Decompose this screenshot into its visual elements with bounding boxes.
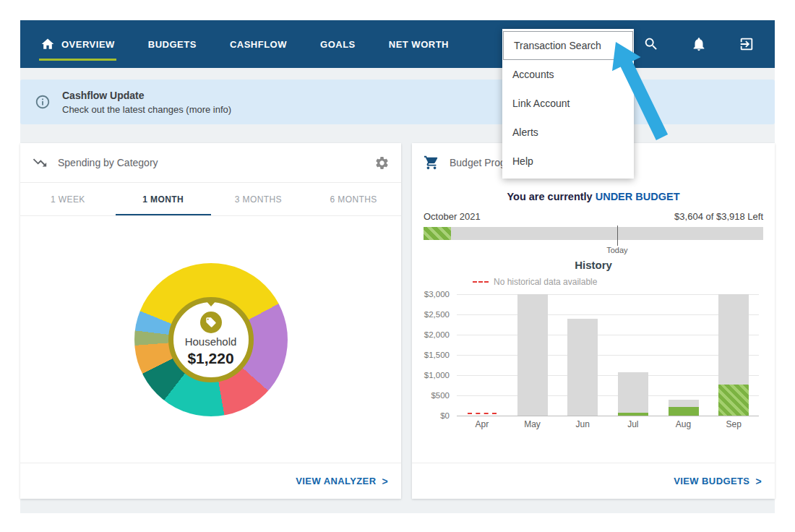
- history-bar-column: [557, 294, 608, 416]
- y-tick-label: $500: [431, 391, 450, 400]
- status-prefix: You are currently: [507, 191, 592, 202]
- tab-1-month[interactable]: 1 MONTH: [116, 183, 211, 215]
- banner-text: Cashflow Update Check out the latest cha…: [62, 90, 231, 115]
- top-navigation: OVERVIEW BUDGETS CASHFLOW GOALS NET WORT…: [20, 20, 775, 68]
- budget-bar: [567, 319, 598, 416]
- tab-1-week[interactable]: 1 WEEK: [20, 183, 116, 215]
- history-bar-column: [658, 294, 709, 416]
- history-title: History: [412, 259, 775, 271]
- history-bar-column: [457, 294, 507, 416]
- menu-item-help[interactable]: Help: [502, 147, 634, 176]
- y-tick-label: $2,500: [424, 310, 450, 319]
- selected-slice-notch: [205, 300, 217, 306]
- y-tick-label: $3,000: [424, 290, 450, 299]
- history-legend: No historical data available: [473, 277, 775, 287]
- cashflow-update-banner: Cashflow Update Check out the latest cha…: [20, 80, 775, 124]
- x-tick-label: Aug: [658, 419, 709, 429]
- view-budgets-link[interactable]: VIEW BUDGETS >: [412, 463, 775, 499]
- budget-period: October 2021: [424, 211, 481, 222]
- budget-status-line: You are currently UNDER BUDGET: [412, 191, 775, 202]
- budget-bar: [517, 294, 548, 416]
- chevron-right-icon: >: [382, 476, 388, 487]
- donut-chart[interactable]: Household $1,220: [134, 263, 288, 416]
- nav-item-net-worth[interactable]: NET WORTH: [389, 39, 449, 50]
- x-tick-label: Jul: [608, 419, 658, 429]
- no-data-marker: [468, 413, 497, 414]
- menu-item-label: Alerts: [512, 126, 538, 138]
- notifications-icon[interactable]: [691, 36, 707, 52]
- nav-actions: [643, 36, 755, 52]
- spending-card-title: Spending by Category: [58, 157, 158, 168]
- nav-item-goals[interactable]: GOALS: [320, 39, 356, 50]
- no-data-legend-dash: [473, 281, 489, 283]
- finance-dashboard: OVERVIEW BUDGETS CASHFLOW GOALS NET WORT…: [0, 0, 795, 532]
- info-icon: [35, 94, 51, 110]
- nav-item-label: GOALS: [320, 39, 356, 50]
- menu-item-transaction-search[interactable]: Transaction Search: [503, 31, 633, 60]
- view-analyzer-link[interactable]: VIEW ANALYZER >: [20, 463, 401, 499]
- chevron-right-icon: >: [755, 476, 762, 487]
- donut-center: Household $1,220: [168, 297, 254, 382]
- history-bar-column: [507, 294, 558, 416]
- tab-6-months[interactable]: 6 MONTHS: [306, 183, 401, 215]
- home-icon: [40, 37, 55, 51]
- history-bar-column: [608, 294, 658, 416]
- nav-item-label: BUDGETS: [148, 39, 197, 50]
- nav-dropdown-menu: Transaction Search Accounts Link Account…: [502, 29, 634, 179]
- x-tick-label: Apr: [457, 419, 507, 429]
- no-data-legend-label: No historical data available: [494, 277, 597, 287]
- today-label: Today: [606, 246, 627, 254]
- budget-progress-bar: [424, 227, 763, 240]
- view-analyzer-label: VIEW ANALYZER: [296, 476, 376, 486]
- today-label-row: Today: [424, 240, 763, 257]
- y-tick-label: $1,000: [424, 371, 450, 379]
- menu-item-link-account[interactable]: Link Account: [502, 89, 634, 118]
- budget-remaining: $3,604 of $3,918 Left: [674, 211, 763, 222]
- nav-item-overview[interactable]: OVERVIEW: [40, 37, 115, 51]
- menu-item-label: Link Account: [512, 98, 570, 109]
- history-y-axis: $3,000$2,500$2,000$1,500$1,000$500$0: [419, 294, 457, 416]
- status-under-budget: UNDER BUDGET: [596, 191, 680, 202]
- history-plot: [457, 294, 759, 416]
- active-tab-underline: [39, 59, 116, 61]
- history-bars: [457, 294, 759, 416]
- menu-item-accounts[interactable]: Accounts: [502, 60, 634, 89]
- y-tick-label: $0: [440, 411, 450, 420]
- history-bar-column: [708, 294, 759, 416]
- main-content: Cashflow Update Check out the latest cha…: [20, 68, 775, 513]
- budget-meta-row: October 2021 $3,604 of $3,918 Left: [424, 211, 763, 222]
- spent-bar: [669, 407, 699, 416]
- view-budgets-label: VIEW BUDGETS: [674, 476, 749, 486]
- x-tick-label: May: [507, 419, 558, 429]
- logout-icon[interactable]: [739, 36, 755, 52]
- center-category-label: Household: [185, 335, 237, 348]
- tab-3-months[interactable]: 3 MONTHS: [211, 183, 306, 215]
- banner-message: Check out the latest changes (more info): [62, 104, 231, 115]
- y-tick-label: $2,000: [424, 330, 450, 339]
- gridline: [457, 416, 759, 416]
- cart-icon: [424, 155, 439, 171]
- search-icon[interactable]: [643, 36, 659, 52]
- menu-item-alerts[interactable]: Alerts: [502, 118, 634, 147]
- menu-item-label: Help: [512, 155, 533, 167]
- gear-icon[interactable]: [374, 155, 390, 171]
- budget-progress-fill: [424, 227, 451, 240]
- more-info-link[interactable]: (more info): [186, 104, 231, 115]
- history-month-labels: AprMayJunJulAugSep: [457, 419, 759, 429]
- center-amount: $1,220: [187, 350, 233, 367]
- nav-item-cashflow[interactable]: CASHFLOW: [230, 39, 287, 50]
- banner-title: Cashflow Update: [62, 90, 231, 101]
- nav-item-label: CASHFLOW: [230, 39, 287, 50]
- nav-item-label: OVERVIEW: [61, 39, 115, 50]
- budget-bar: [718, 294, 749, 416]
- spent-bar: [618, 413, 648, 416]
- nav-item-budgets[interactable]: BUDGETS: [148, 39, 197, 50]
- donut-chart-area: Household $1,220: [20, 216, 401, 463]
- menu-item-label: Transaction Search: [514, 40, 601, 51]
- budget-progress-card: Budget Progress You are currently UNDER …: [412, 143, 775, 499]
- budget-bar: [669, 400, 699, 416]
- budget-bar: [618, 372, 648, 416]
- spending-card-header: Spending by Category: [20, 143, 401, 182]
- tag-icon: [205, 317, 217, 328]
- time-range-tabs: 1 WEEK 1 MONTH 3 MONTHS 6 MONTHS: [20, 182, 401, 216]
